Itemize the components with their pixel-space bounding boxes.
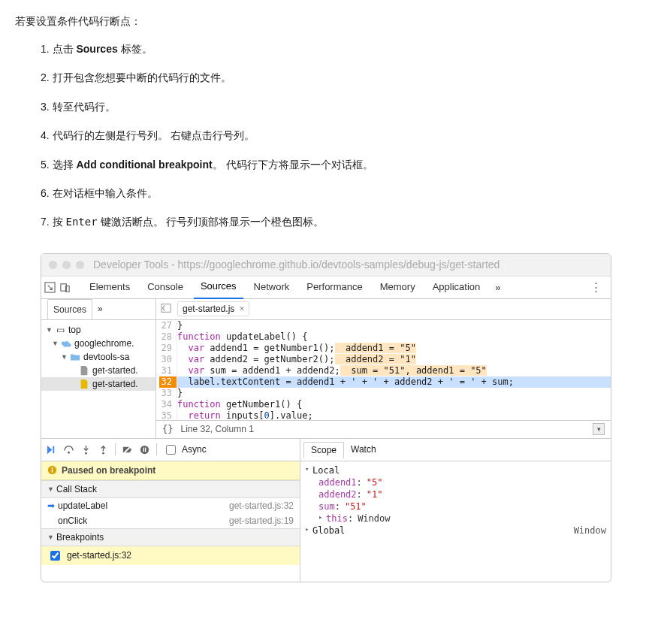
scope-tabs: Scope Watch (300, 439, 611, 461)
minimize-icon[interactable] (62, 261, 71, 269)
nav-tab-sources[interactable]: Sources (47, 299, 92, 319)
file-js-icon (79, 379, 89, 389)
svg-point-6 (85, 452, 87, 455)
nav-tab-more[interactable]: » (92, 299, 108, 319)
editor-tab[interactable]: get-started.js× (177, 301, 249, 316)
titlebar: Developer Tools - https://googlechrome.g… (41, 254, 611, 277)
tab-network[interactable]: Network (247, 276, 297, 298)
tree-file-html[interactable]: get-started. (41, 364, 155, 377)
steps-list: 1. 点击 Sources 标签。 2. 打开包含您想要中断的代码行的文件。 3… (41, 41, 637, 231)
editor-header: get-started.js× (156, 299, 611, 320)
step-3: 3. 转至代码行。 (41, 98, 637, 115)
step-into-icon[interactable] (80, 444, 92, 455)
breakpoints-header[interactable]: ▼Breakpoints (41, 528, 300, 546)
step-out-icon[interactable] (98, 444, 109, 455)
scope-var[interactable]: addend2:"1" (305, 488, 606, 500)
paused-banner: Paused on breakpoint (41, 461, 300, 480)
traffic-lights (49, 261, 84, 269)
device-icon[interactable] (59, 282, 71, 293)
format-icon[interactable]: {} (162, 424, 173, 434)
show-drawer-icon[interactable]: ▾ (593, 423, 605, 435)
code-editor[interactable]: 27 28 29 30 31 32 33 34 35 36 37 38 } fu… (156, 320, 611, 420)
cursor-position: Line 32, Column 1 (180, 424, 253, 434)
tab-elements[interactable]: Elements (83, 276, 137, 298)
tab-application[interactable]: Application (426, 276, 487, 298)
svg-rect-14 (52, 470, 53, 473)
svg-rect-13 (52, 467, 53, 469)
gutter[interactable]: 27 28 29 30 31 32 33 34 35 36 37 38 (156, 320, 177, 420)
close-icon[interactable] (49, 261, 57, 269)
step-over-icon[interactable] (63, 444, 74, 455)
debug-panel: Async Paused on breakpoint ▼Call Stack ➡… (41, 439, 300, 582)
step-2: 2. 打开包含您想要中断的代码行的文件。 (41, 69, 637, 86)
navigator-panel: Sources » ▼▭top ▼googlechrome. ▼devtools… (41, 299, 156, 438)
folder-icon (70, 352, 80, 362)
scope-body: ▾Local addend1:"5" addend2:"1" sum:"51" … (300, 461, 611, 582)
breakpoint-row[interactable]: get-started.js:32 (41, 546, 300, 565)
async-checkbox[interactable]: Async (163, 443, 207, 457)
svg-rect-10 (143, 447, 144, 452)
resume-icon[interactable] (46, 444, 57, 455)
step-7: 7. 按 Enter 键激活断点。 行号列顶部将显示一个橙色图标。 (41, 213, 637, 230)
callstack-row[interactable]: onClickget-started.js:19 (41, 513, 300, 528)
devtools-window: Developer Tools - https://googlechrome.g… (41, 253, 611, 582)
scope-var[interactable]: addend1:"5" (305, 476, 606, 488)
inspect-icon[interactable] (44, 282, 56, 293)
gutter-breakpoint[interactable]: 32 (159, 376, 177, 388)
tree-domain[interactable]: ▼googlechrome. (41, 337, 155, 350)
svg-point-7 (102, 452, 104, 455)
tab-console[interactable]: Console (140, 276, 190, 298)
tab-sources[interactable]: Sources (194, 275, 243, 299)
menu-dots-icon[interactable]: ⋮ (584, 280, 608, 294)
deactivate-bp-icon[interactable] (122, 444, 133, 455)
scope-panel: Scope Watch ▾Local addend1:"5" addend2:"… (300, 439, 611, 582)
scope-global[interactable]: ▸GlobalWindow (305, 525, 606, 537)
callstack-header[interactable]: ▼Call Stack (41, 480, 300, 498)
close-icon[interactable]: × (239, 304, 244, 314)
step-1: 1. 点击 Sources 标签。 (41, 41, 637, 57)
tab-performance[interactable]: Performance (300, 276, 369, 298)
tab-watch[interactable]: Watch (344, 442, 383, 457)
main-tabbar: Elements Console Sources Network Perform… (41, 277, 611, 299)
file-tree: ▼▭top ▼googlechrome. ▼devtools-sa get-st… (41, 320, 155, 438)
svg-point-5 (68, 452, 70, 454)
svg-rect-4 (53, 446, 54, 453)
pause-exceptions-icon[interactable] (139, 444, 150, 455)
nav-header: Sources » (41, 299, 155, 320)
intro-text: 若要设置条件代码行断点： (15, 15, 637, 29)
debug-toolbar: Async (41, 439, 300, 461)
more-tabs[interactable]: » (491, 282, 505, 293)
callstack-row[interactable]: ➡updateLabelget-started.js:32 (41, 498, 300, 513)
editor-statusbar: {} Line 32, Column 1 ▾ (156, 420, 611, 438)
scope-var[interactable]: sum:"51" (305, 500, 606, 512)
step-5: 5. 选择 Add conditional breakpoint。 代码行下方将… (41, 156, 637, 173)
info-icon (47, 465, 57, 475)
tab-memory[interactable]: Memory (373, 276, 422, 298)
cloud-icon (61, 338, 71, 349)
svg-rect-11 (145, 447, 146, 452)
tree-folder[interactable]: ▼devtools-sa (41, 350, 155, 364)
tab-scope[interactable]: Scope (303, 442, 344, 458)
tree-file-js[interactable]: get-started. (41, 377, 155, 391)
toggle-nav-icon[interactable] (159, 301, 173, 317)
svg-point-9 (140, 446, 149, 454)
step-4: 4. 代码行的左侧是行号列。 右键点击行号列。 (41, 127, 637, 144)
maximize-icon[interactable] (76, 261, 84, 269)
scope-this[interactable]: ▸this:Window (305, 512, 606, 525)
scope-local[interactable]: ▾Local (305, 464, 606, 476)
editor-panel: get-started.js× 27 28 29 30 31 32 33 34 … (156, 299, 611, 438)
step-6: 6. 在对话框中输入条件。 (41, 185, 637, 201)
code-lines: } function updateLabel() { var addend1 =… (177, 320, 611, 420)
tree-top[interactable]: ▼▭top (41, 323, 155, 337)
file-icon (79, 365, 89, 376)
window-title: Developer Tools - https://googlechrome.g… (93, 259, 500, 271)
